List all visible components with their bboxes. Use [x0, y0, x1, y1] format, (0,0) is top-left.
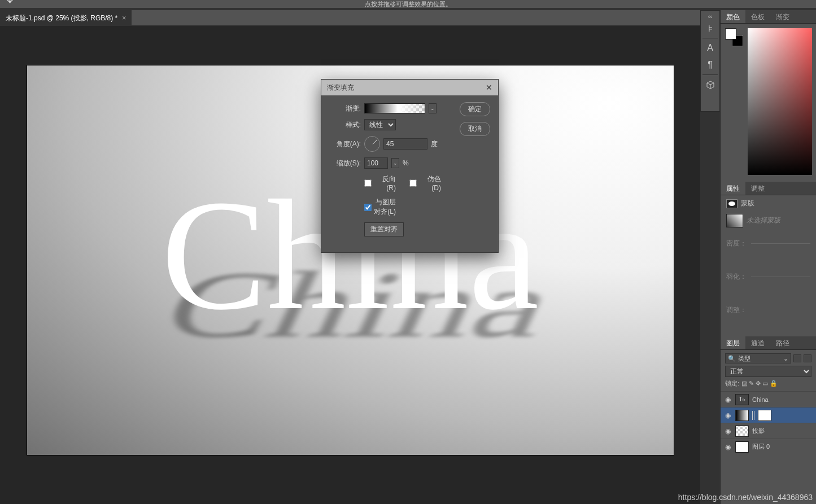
tab-layers[interactable]: 图层	[721, 336, 745, 349]
layer-filter-kind[interactable]: 🔍 类型 ⌄	[725, 353, 791, 363]
reset-align-button[interactable]: 重置对齐	[364, 222, 404, 236]
color-panel	[721, 24, 816, 182]
layers-panel: 🔍 类型 ⌄ 正常 锁定: ▨ ✎ ✥ ▭ 🔒	[721, 350, 816, 504]
cancel-button[interactable]: 取消	[460, 122, 490, 136]
close-icon[interactable]: ×	[122, 14, 126, 22]
layer-name[interactable]: 图层 0	[752, 442, 770, 451]
properties-panel-tabs: 属性 调整	[721, 182, 816, 195]
scale-label: 缩放(S):	[329, 159, 361, 168]
layer-row[interactable]: ◉ 图层 0	[721, 439, 816, 454]
mask-icon	[726, 199, 738, 208]
align-checkbox[interactable]: 与图层对齐(L)	[364, 198, 396, 217]
layer-row[interactable]: ◉ Tfx China	[721, 391, 816, 407]
scale-dropdown-icon[interactable]: ⌄	[391, 158, 399, 168]
layer-row[interactable]: ◉	[721, 407, 816, 423]
right-panel-column: 颜色 色板 渐变 属性 调整 蒙版 未选择蒙版 密度： 羽化： 调整： 图层 通…	[720, 10, 816, 504]
filter-adj-icon[interactable]	[804, 354, 811, 362]
gradient-label: 渐变:	[329, 104, 361, 113]
lock-paint-icon[interactable]: ✎	[749, 380, 754, 387]
hint-text: 点按并拖移可调整效果的位置。	[365, 1, 452, 7]
3d-icon[interactable]	[702, 76, 719, 93]
blend-mode-select[interactable]: 正常	[725, 366, 811, 377]
layer-name[interactable]: China	[752, 396, 769, 403]
properties-panel: 蒙版 未选择蒙版 密度： 羽化： 调整：	[721, 195, 816, 336]
dialog-title: 渐变填充	[327, 83, 354, 93]
hint-bar: ✥ 点按并拖移可调整效果的位置。	[0, 0, 816, 8]
layer-thumb-text: Tfx	[735, 394, 749, 405]
search-icon: 🔍	[728, 355, 736, 362]
reverse-checkbox[interactable]: 反向(R)	[364, 174, 396, 192]
angle-dial[interactable]	[364, 136, 380, 152]
filter-pixel-icon[interactable]	[793, 354, 801, 362]
document-tab-title: 未标题-1.psd @ 25% (投影, RGB/8) *	[6, 14, 117, 23]
fg-bg-swatch[interactable]	[725, 28, 743, 46]
tab-channels[interactable]: 通道	[745, 336, 770, 349]
link-icon	[752, 411, 754, 420]
document-tab-bar: 未标题-1.psd @ 25% (投影, RGB/8) * ×	[0, 10, 720, 26]
paragraph-icon[interactable]: ¶	[702, 56, 719, 73]
angle-label: 角度(A):	[329, 139, 361, 149]
angle-unit: 度	[431, 139, 438, 149]
feather-label: 羽化：	[726, 272, 747, 282]
lock-all-icon[interactable]: 🔒	[770, 380, 778, 387]
collapse-icon[interactable]: ‹‹	[708, 13, 712, 20]
gradient-preview[interactable]	[364, 103, 425, 113]
scale-input[interactable]	[364, 157, 388, 169]
watermark: https://blog.csdn.net/weixin_44368963	[678, 493, 813, 502]
lock-nest-icon[interactable]: ▭	[762, 380, 768, 387]
fg-color-swatch[interactable]	[725, 28, 736, 40]
layer-thumb-trans	[735, 426, 749, 437]
angle-input[interactable]	[383, 138, 427, 150]
layer-thumb-gradient	[735, 410, 749, 421]
lock-trans-icon[interactable]: ▨	[741, 380, 747, 387]
layers-panel-tabs: 图层 通道 路径	[721, 336, 816, 350]
color-picker-field[interactable]	[748, 28, 812, 175]
visibility-icon[interactable]: ◉	[724, 427, 732, 435]
document-tab[interactable]: 未标题-1.psd @ 25% (投影, RGB/8) * ×	[0, 10, 132, 26]
lock-label: 锁定:	[725, 379, 739, 388]
character-icon[interactable]: A	[702, 40, 719, 56]
no-mask-text: 未选择蒙版	[747, 216, 780, 224]
ok-button[interactable]: 确定	[460, 102, 490, 116]
visibility-icon[interactable]: ◉	[724, 396, 732, 404]
tab-paths[interactable]: 路径	[770, 336, 795, 349]
layer-mask-thumb	[758, 410, 771, 421]
dither-checkbox[interactable]: 仿色(D)	[409, 174, 441, 192]
layer-thumb-white	[735, 441, 749, 453]
close-icon[interactable]: ✕	[486, 83, 492, 92]
scale-unit: %	[403, 159, 409, 167]
lock-icons-group: ▨ ✎ ✥ ▭ 🔒	[741, 380, 778, 387]
tab-adjustments[interactable]: 调整	[745, 182, 770, 195]
layer-row[interactable]: ◉ 投影	[721, 423, 816, 439]
style-select[interactable]: 线性	[364, 119, 396, 130]
gradient-fill-dialog: 渐变填充 ✕ 确定 取消 渐变: ⌄ 样式: 线性 角度(A): 度 缩放(S)…	[321, 79, 499, 253]
gradient-dropdown-icon[interactable]: ⌄	[429, 103, 437, 113]
visibility-icon[interactable]: ◉	[724, 443, 732, 451]
refine-label: 调整：	[726, 305, 747, 315]
density-label: 密度：	[726, 239, 747, 248]
move-tool-icon[interactable]: ✥	[6, 0, 14, 3]
dialog-body: 确定 取消 渐变: ⌄ 样式: 线性 角度(A): 度 缩放(S): ⌄ % 反	[321, 95, 498, 252]
ruler-icon[interactable]: ⊧	[702, 20, 719, 37]
tab-gradients[interactable]: 渐变	[770, 10, 795, 23]
style-label: 样式:	[329, 120, 361, 130]
tab-color[interactable]: 颜色	[721, 10, 745, 23]
mask-label: 蒙版	[741, 199, 754, 207]
dialog-titlebar[interactable]: 渐变填充 ✕	[321, 80, 498, 95]
mask-thumb[interactable]	[726, 214, 743, 227]
visibility-icon[interactable]: ◉	[724, 411, 732, 419]
tab-swatches[interactable]: 色板	[745, 10, 770, 23]
tab-properties[interactable]: 属性	[721, 182, 745, 195]
color-panel-tabs: 颜色 色板 渐变	[721, 10, 816, 24]
lock-pos-icon[interactable]: ✥	[756, 380, 761, 387]
layer-list: ◉ Tfx China ◉ ◉ 投影 ◉ 图层 0	[721, 391, 816, 502]
layer-name[interactable]: 投影	[752, 427, 765, 435]
collapsed-panel-strip: ‹‹ ⊧ A ¶	[700, 10, 720, 112]
